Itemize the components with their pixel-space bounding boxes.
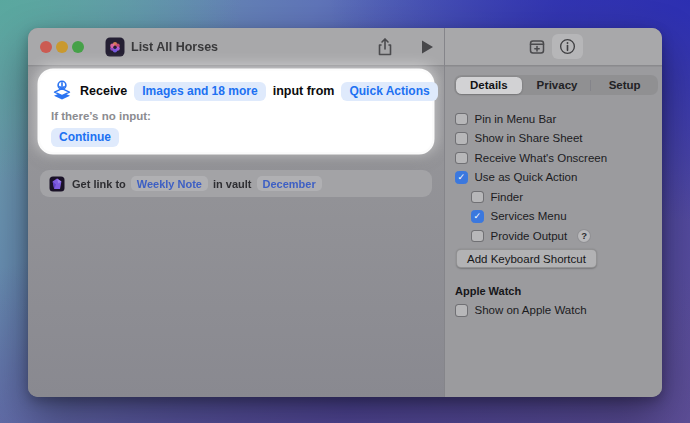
checkbox-list: Pin in Menu Bar Show in Share Sheet Rece…: [455, 109, 656, 246]
traffic-light-close-button[interactable]: [40, 41, 52, 53]
checkbox-label: Pin in Menu Bar: [475, 113, 557, 125]
show-on-apple-watch-label: Show on Apple Watch: [475, 304, 587, 316]
traffic-light-minimize-button[interactable]: [56, 41, 68, 53]
input-types-token[interactable]: Images and 18 more: [134, 82, 265, 101]
tab-privacy[interactable]: Privacy: [524, 75, 591, 95]
action-library-icon[interactable]: [526, 36, 548, 58]
checkbox-row: Provide Output ?: [471, 226, 656, 246]
action-middle-label: in vault: [213, 178, 252, 190]
apple-watch-checkbox-row: Show on Apple Watch: [455, 304, 587, 317]
checkbox-label: Provide Output: [491, 230, 568, 242]
traffic-light-zoom-button[interactable]: [72, 41, 84, 53]
run-shortcut-icon[interactable]: [415, 36, 437, 58]
share-icon[interactable]: [374, 36, 396, 58]
shortcut-app-icon: [105, 37, 125, 57]
get-link-action-row[interactable]: Get link to Weekly Note in vault Decembe…: [40, 170, 432, 197]
checkbox-row: ✓ Use as Quick Action: [455, 168, 656, 188]
inspector-toggle-button[interactable]: [552, 34, 583, 59]
checkbox[interactable]: ✓: [471, 210, 484, 223]
checkbox[interactable]: [455, 113, 468, 126]
add-keyboard-shortcut-button[interactable]: Add Keyboard Shortcut: [456, 249, 597, 268]
tab-details[interactable]: Details: [456, 77, 523, 94]
action-prefix-label: Get link to: [72, 178, 126, 190]
no-input-label: If there’s no input:: [51, 110, 421, 122]
receive-label: Receive: [80, 84, 127, 98]
inspector-sidebar: Details Privacy Setup Pin in Menu Bar Sh…: [445, 67, 662, 397]
note-token[interactable]: Weekly Note: [131, 176, 208, 191]
checkbox[interactable]: [471, 191, 484, 204]
shortcuts-window: List All Horses: [28, 28, 662, 397]
checkbox-row: Receive What's Onscreen: [455, 148, 656, 168]
receive-input-icon: [51, 80, 73, 102]
checkbox-row: ✓ Services Menu: [471, 207, 656, 227]
sidebar-divider: [444, 28, 445, 397]
title-bar: List All Horses: [28, 28, 662, 66]
checkbox-label: Services Menu: [491, 210, 567, 222]
editor-canvas: Receive Images and 18 more input from Qu…: [28, 67, 444, 397]
obsidian-app-icon: [49, 176, 65, 192]
checkbox-row: Pin in Menu Bar: [455, 109, 656, 129]
checkbox-label: Use as Quick Action: [475, 171, 578, 183]
input-source-token[interactable]: Quick Actions: [341, 82, 437, 101]
checkbox-row: Finder: [471, 187, 656, 207]
show-on-apple-watch-checkbox[interactable]: [455, 304, 468, 317]
checkbox[interactable]: [455, 152, 468, 165]
vault-token[interactable]: December: [257, 176, 322, 191]
checkbox-label: Receive What's Onscreen: [475, 152, 608, 164]
input-from-label: input from: [273, 84, 335, 98]
checkbox-label: Finder: [491, 191, 524, 203]
receive-input-action-card[interactable]: Receive Images and 18 more input from Qu…: [40, 71, 432, 152]
apple-watch-section-header: Apple Watch: [455, 285, 521, 297]
checkbox-row: Show in Share Sheet: [455, 129, 656, 149]
help-button[interactable]: ?: [577, 229, 591, 243]
window-title: List All Horses: [131, 40, 218, 54]
checkbox[interactable]: [471, 230, 484, 243]
checkbox[interactable]: ✓: [455, 171, 468, 184]
no-input-behavior-token[interactable]: Continue: [51, 128, 119, 147]
checkbox-label: Show in Share Sheet: [475, 132, 583, 144]
inspector-tab-bar: Details Privacy Setup: [454, 75, 658, 95]
checkbox[interactable]: [455, 132, 468, 145]
tab-setup[interactable]: Setup: [591, 75, 658, 95]
